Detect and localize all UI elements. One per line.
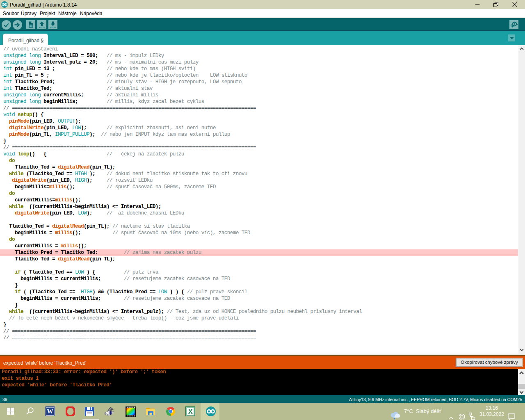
svg-text:W: W	[47, 408, 53, 415]
